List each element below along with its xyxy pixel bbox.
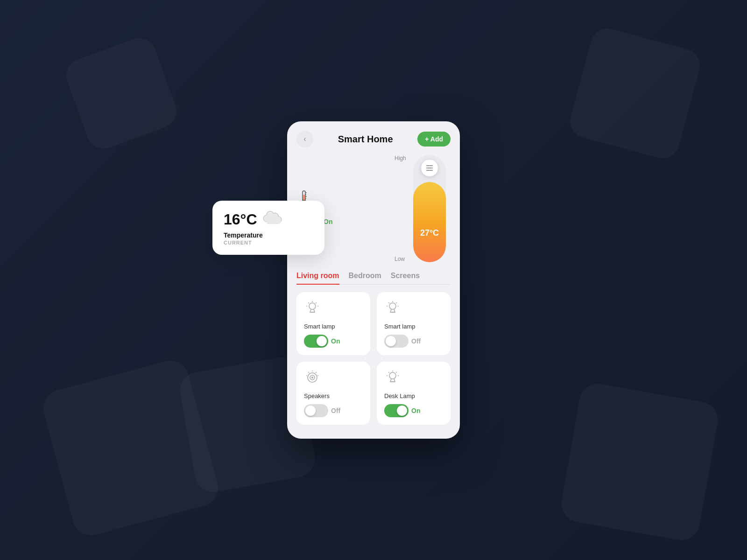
- svg-line-26: [316, 372, 317, 373]
- speaker-icon: [304, 369, 363, 388]
- device-card-smart-lamp-1: Smart lamp On: [296, 292, 370, 355]
- back-icon: ‹: [303, 135, 306, 143]
- svg-line-35: [388, 372, 389, 373]
- app-header: ‹ Smart Home + Add: [296, 131, 451, 147]
- toggle-label-smart-lamp-2: Off: [411, 337, 421, 345]
- device-name-smart-lamp-2: Smart lamp: [384, 323, 443, 330]
- tab-living-room[interactable]: Living room: [296, 272, 339, 285]
- back-button[interactable]: ‹: [296, 131, 313, 147]
- thermostat-toggle-label: On: [324, 218, 332, 225]
- svg-line-20: [388, 302, 389, 303]
- lamp-icon-1: [304, 300, 363, 318]
- toggle-label-smart-lamp-1: On: [331, 337, 340, 345]
- toggle-thumb-smart-lamp-2: [386, 336, 396, 346]
- weather-temp-row: 16°C: [224, 210, 313, 229]
- thermo-fill: 27°C: [413, 182, 446, 263]
- tab-bedroom[interactable]: Bedroom: [349, 272, 381, 285]
- toggle-thumb-desk-lamp: [397, 406, 407, 416]
- thermo-handle[interactable]: [421, 160, 438, 176]
- thermo-tube: 27°C: [413, 155, 446, 262]
- toggle-thumb-speakers: [305, 406, 316, 416]
- svg-point-8: [309, 303, 316, 309]
- toggle-label-speakers: Off: [331, 407, 340, 414]
- svg-line-13: [308, 302, 309, 303]
- svg-point-15: [389, 303, 396, 309]
- desk-lamp-icon: [384, 369, 443, 388]
- svg-point-30: [389, 372, 396, 379]
- tab-screens[interactable]: Screens: [391, 272, 420, 285]
- lamp-icon-2: [384, 300, 443, 318]
- cloud-icon: [263, 210, 283, 229]
- device-name-smart-lamp-1: Smart lamp: [304, 323, 363, 330]
- device-card-speakers: Speakers Off: [296, 362, 370, 425]
- device-card-desk-lamp: Desk Lamp On: [377, 362, 451, 425]
- device-card-smart-lamp-2: Smart lamp Off: [377, 292, 451, 355]
- handle-grip: [426, 165, 433, 171]
- svg-line-28: [308, 372, 309, 373]
- weather-sublabel: CURRENT: [224, 240, 313, 245]
- weather-temperature: 16°C: [224, 211, 257, 228]
- toggle-track-smart-lamp-1[interactable]: [304, 335, 328, 348]
- device-name-speakers: Speakers: [304, 392, 363, 399]
- thermo-low-label: Low: [395, 256, 406, 262]
- app-title: Smart Home: [338, 134, 393, 145]
- toggle-track-speakers[interactable]: [304, 404, 328, 417]
- add-button[interactable]: + Add: [417, 132, 451, 147]
- toggle-track-smart-lamp-2[interactable]: [384, 335, 409, 348]
- room-tabs: Living room Bedroom Screens: [296, 272, 451, 285]
- toggle-thumb-smart-lamp-1: [317, 336, 327, 346]
- toggle-smart-lamp-1[interactable]: On: [304, 335, 363, 348]
- toggle-speakers[interactable]: Off: [304, 404, 363, 417]
- thermometer-visual: High Low 27°C: [399, 155, 451, 262]
- phone-container: ‹ Smart Home + Add: [287, 121, 460, 439]
- toggle-label-desk-lamp: On: [411, 407, 420, 414]
- weather-label: Temperature: [224, 231, 313, 239]
- thermo-high-label: High: [395, 155, 406, 161]
- svg-line-18: [396, 302, 397, 303]
- toggle-smart-lamp-2[interactable]: Off: [384, 335, 443, 348]
- toggle-desk-lamp[interactable]: On: [384, 404, 443, 417]
- thermo-range-labels: High Low: [395, 155, 406, 262]
- weather-card: 16°C Temperature CURRENT: [212, 201, 324, 255]
- svg-line-33: [396, 372, 397, 373]
- toggle-track-desk-lamp[interactable]: [384, 404, 409, 417]
- device-name-desk-lamp: Desk Lamp: [384, 392, 443, 399]
- thermo-temp-display: 27°C: [420, 228, 439, 238]
- device-grid: Smart lamp On: [296, 292, 451, 425]
- svg-point-24: [311, 377, 313, 378]
- svg-line-11: [316, 302, 317, 303]
